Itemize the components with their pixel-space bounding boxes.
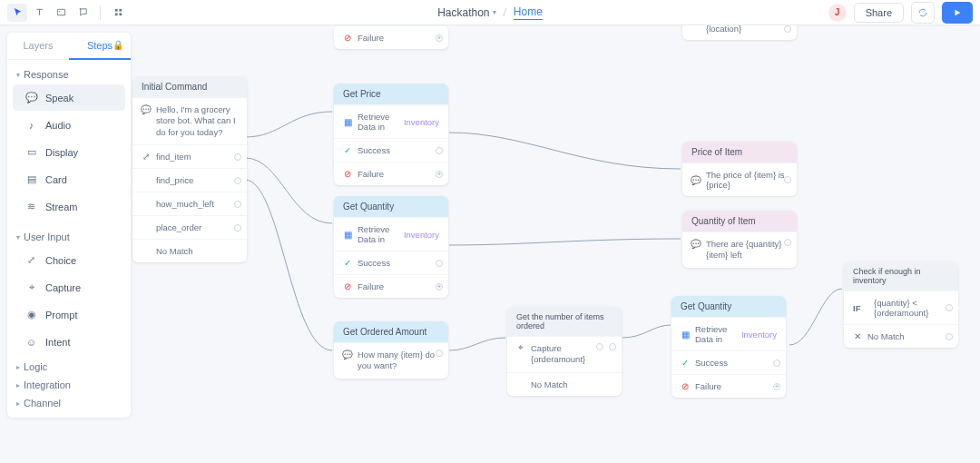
node-top-partial[interactable]: ⊘Failure+: [334, 25, 448, 49]
item-display[interactable]: ▭Display: [13, 139, 125, 165]
text-tool[interactable]: [29, 4, 49, 22]
item-label: Stream: [45, 202, 77, 212]
node-getordered[interactable]: Get Ordered Amount 💬How many {item} do y…: [334, 321, 448, 379]
capture-icon: ⌖: [25, 281, 37, 293]
intent-label: No Match: [156, 246, 193, 256]
row-how-much: how_much_left: [132, 192, 247, 215]
port[interactable]: [946, 333, 953, 340]
row-find-item: ⤢find_item: [132, 144, 247, 168]
item-speak[interactable]: 💬Speak: [13, 84, 125, 111]
breadcrumb-home[interactable]: Home: [514, 5, 543, 20]
node-header: Get the number of items ordered: [507, 307, 622, 336]
failure-label: Failure: [358, 33, 384, 43]
chevron-down-icon: ▾: [493, 8, 496, 16]
refresh-button[interactable]: [911, 2, 935, 24]
check-icon: ✓: [343, 259, 352, 268]
caret-icon: ▾: [16, 71, 20, 79]
item-stream[interactable]: ≋Stream: [13, 193, 125, 220]
item-choice[interactable]: ⤢Choice: [13, 247, 125, 273]
inv-label: Inventory: [404, 117, 439, 127]
port[interactable]: [436, 350, 443, 357]
header-label: Channel: [24, 398, 61, 409]
port[interactable]: +: [436, 283, 443, 291]
svg-rect-3: [119, 9, 122, 12]
node-qtyof[interactable]: Quantity of Item 💬There are {quantity} {…: [682, 211, 797, 268]
intent-label: how_much_left: [156, 199, 214, 209]
port[interactable]: [234, 201, 241, 208]
caret-icon: ▸: [16, 381, 20, 389]
port[interactable]: [234, 153, 241, 161]
canvas[interactable]: ⊘Failure+ Initial Command 💬Hello, I'm a …: [0, 25, 980, 463]
section-userinput: ▾User Input ⤢Choice ⌖Capture ◉Prompt ☺In…: [7, 222, 131, 358]
db-icon: ▦: [343, 230, 352, 239]
port[interactable]: +: [436, 34, 443, 42]
share-button[interactable]: Share: [854, 3, 904, 23]
node-priceof[interactable]: Price of Item 💬The price of {item} is {p…: [682, 142, 797, 196]
header-userinput[interactable]: ▾User Input: [7, 228, 131, 246]
port[interactable]: [234, 224, 241, 232]
item-capture[interactable]: ⌖Capture: [13, 274, 125, 300]
port[interactable]: [946, 304, 953, 311]
item-label: Capture: [45, 282, 81, 293]
node-getprice[interactable]: Get Price ▦Retrieve Data in Inventory ✓S…: [334, 84, 448, 185]
caret-icon: ▸: [16, 399, 20, 408]
node-header: Check if enough in inventory: [844, 261, 958, 291]
header-integration[interactable]: ▸Integration: [7, 376, 131, 394]
db-icon: ▦: [681, 330, 690, 339]
intent-icon: ☺: [25, 336, 37, 348]
port[interactable]: [436, 147, 443, 154]
x-icon: ⊘: [681, 382, 690, 391]
grid-tool[interactable]: [108, 4, 128, 22]
node-getqty2[interactable]: Get Quantity ▦Retrieve Data in Inventory…: [671, 296, 786, 398]
retrieve-label: Retrieve Data in: [695, 324, 738, 344]
stream-icon: ≋: [25, 201, 37, 212]
item-card[interactable]: ▤Card: [13, 166, 125, 192]
port[interactable]: [234, 177, 241, 184]
comment-tool[interactable]: [73, 4, 93, 22]
header-logic[interactable]: ▸Logic: [7, 358, 131, 376]
port[interactable]: [784, 239, 791, 246]
project-name[interactable]: Hackathon ▾: [437, 6, 495, 19]
play-button[interactable]: [942, 2, 973, 24]
item-label: Display: [45, 147, 78, 158]
row-greet: 💬Hello, I'm a grocery store bot. What ca…: [132, 97, 247, 144]
card-icon: ▤: [25, 173, 37, 185]
avatar[interactable]: J: [828, 4, 847, 22]
port[interactable]: [436, 260, 443, 267]
port[interactable]: +: [773, 383, 780, 390]
display-icon: ▭: [25, 146, 37, 158]
row-failure: ⊘Failure+: [334, 25, 448, 49]
if-label: IF: [853, 303, 860, 313]
item-prompt[interactable]: ◉Prompt: [13, 301, 125, 328]
image-tool[interactable]: [51, 4, 71, 22]
node-capture[interactable]: Get the number of items ordered ⌖Capture…: [507, 307, 622, 396]
port[interactable]: +: [436, 171, 443, 178]
port[interactable]: [773, 360, 780, 367]
row-success: ✓Success: [671, 350, 786, 374]
failure-label: Failure: [358, 281, 384, 291]
port[interactable]: [784, 25, 791, 33]
header-channel[interactable]: ▸Channel: [7, 394, 131, 412]
item-label: Speak: [45, 93, 74, 103]
row-text: 💬The price of {item} is {price}: [682, 163, 797, 196]
capture-label: Capture: [531, 343, 562, 353]
row-failure: ⊘Failure+: [334, 274, 448, 298]
header-response[interactable]: ▾Response: [7, 65, 131, 84]
item-audio[interactable]: ♪Audio: [13, 112, 125, 138]
cursor-tool[interactable]: [7, 4, 27, 22]
row-retrieve: ▦Retrieve Data in Inventory: [334, 104, 448, 138]
item-label: Choice: [45, 255, 76, 266]
item-intent[interactable]: ☺Intent: [13, 329, 125, 355]
node-initial[interactable]: Initial Command 💬Hello, I'm a grocery st…: [132, 76, 247, 262]
node-check[interactable]: Check if enough in inventory IF {quantit…: [844, 261, 958, 348]
item-label: Card: [45, 174, 67, 185]
tab-layers[interactable]: Layers: [7, 33, 69, 59]
port[interactable]: [784, 176, 791, 183]
port[interactable]: [596, 343, 603, 350]
speak-icon: 💬: [25, 92, 37, 103]
row-prompt: 💬How many {item} do you want?: [334, 342, 448, 379]
success-label: Success: [358, 145, 390, 155]
port[interactable]: [609, 343, 616, 350]
node-getqty[interactable]: Get Quantity ▦Retrieve Data in Inventory…: [334, 196, 448, 298]
tool-group: [7, 4, 128, 22]
